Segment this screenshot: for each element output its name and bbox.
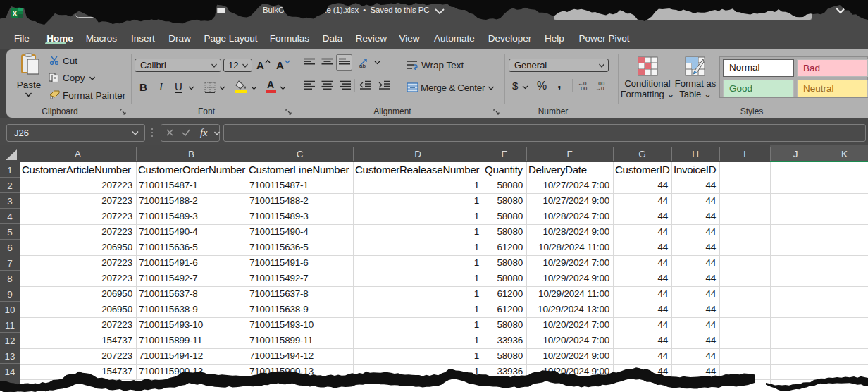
svg-text:→0: →0	[595, 85, 604, 90]
svg-text:ab: ab	[359, 63, 366, 68]
svg-text:.00: .00	[579, 85, 588, 90]
